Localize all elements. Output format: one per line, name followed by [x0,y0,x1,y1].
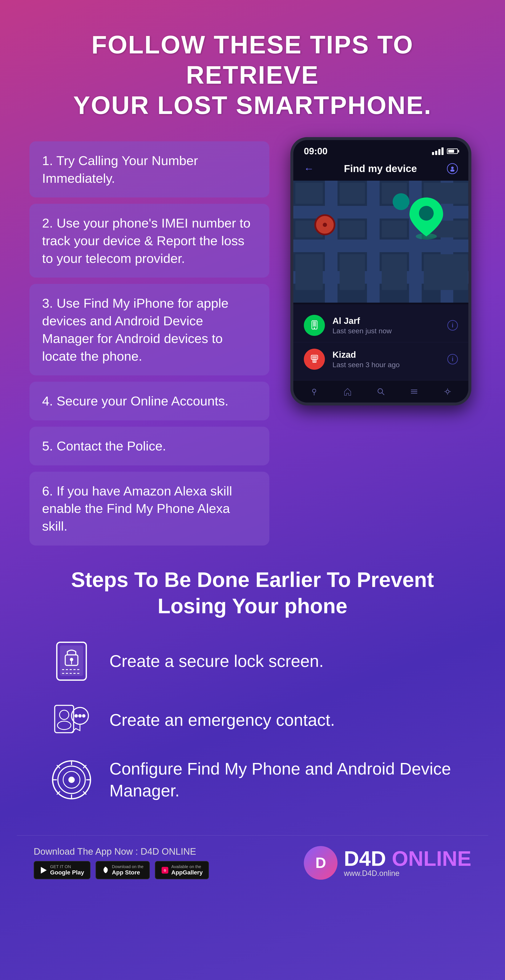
map-block-12 [424,254,468,290]
svg-rect-5 [313,321,316,326]
device-list: Al Jarf Last seen just now i [293,304,468,380]
nav-settings-icon[interactable] [442,386,453,397]
svg-point-28 [75,714,78,718]
map-road-v-1 [325,181,338,302]
map-divider [293,302,468,304]
location-marker-red [314,214,335,235]
tips-list: 1. Try Calling Your Number Immediately. … [29,137,269,546]
section2-title-line2: Losing Your phone [46,593,459,619]
phone-nav [293,380,468,402]
app-store-sub: Download on the [112,864,143,869]
phone-title-bar: ← Find my device [293,161,468,181]
battery-icon [447,148,458,154]
appgallery-text: Available on the AppGallery [171,864,202,876]
prevention-item-3: Configure Find My Phone and Android Devi… [51,758,454,802]
tip-text-2: 2. Use your phone's IMEI number to track… [42,216,251,266]
d4d-brand-url: www.D4D.online [344,869,472,878]
map-block-11 [382,254,407,290]
tip-text-1: 1. Try Calling Your Number Immediately. [42,153,198,186]
profile-icon [447,163,458,174]
device-name-2: Kizad [333,350,440,360]
battery-fill [448,150,454,153]
google-play-sub: GET IT ON [50,864,84,869]
tip-item-3: 3. Use Find My iPhone for apple devices … [29,284,269,375]
footer-right: D D4D ONLINE www.D4D.online [304,846,472,880]
back-arrow-icon[interactable]: ← [304,163,314,174]
svg-point-0 [451,167,454,169]
svg-marker-43 [41,867,47,873]
device-info-btn-2[interactable]: i [448,354,458,364]
status-time: 09:00 [304,146,328,156]
device-info-2: Kizad Last seen 3 hour ago [333,350,440,369]
map-block-2 [339,183,365,204]
google-play-text: GET IT ON Google Play [50,864,84,876]
map-block-6 [339,221,365,237]
nav-home-icon[interactable] [342,386,353,397]
d4d-brand-name: D4D ONLINE [344,848,472,869]
header-title-line1: FOLLOW THESE TIPS TO RETRIEVE [38,29,467,90]
appgallery-badge[interactable]: G Available on the AppGallery [155,861,209,879]
device-status-2: Last seen 3 hour ago [333,361,440,369]
phone-status-bar: 09:00 [293,140,468,161]
main-container: FOLLOW THESE TIPS TO RETRIEVE YOUR LOST … [0,0,505,903]
svg-point-20 [70,658,73,661]
content-area: 1. Try Calling Your Number Immediately. … [17,137,488,546]
device-icon-red [304,349,325,370]
map-block-9 [295,254,323,290]
svg-point-25 [59,710,69,719]
device-info-btn-1[interactable]: i [448,320,458,331]
svg-point-3 [419,206,434,221]
device-item-2: Kizad Last seen 3 hour ago i [293,342,468,376]
device-status-1: Last seen just now [333,327,440,335]
svg-point-16 [446,390,449,393]
app-store-text: Download on the App Store [112,864,143,876]
tip-item-5: 5. Contact the Police. [29,427,269,465]
signal-bars [432,148,444,155]
svg-rect-9 [314,360,315,362]
svg-line-12 [382,393,384,395]
device-name-1: Al Jarf [333,316,440,326]
section2-title-line1: Steps To Be Done Earlier To Prevent [46,566,459,593]
map-block-1 [295,183,323,204]
app-store-name: App Store [112,869,143,876]
device-icon-green [304,315,325,336]
svg-point-29 [78,714,82,718]
find-my-phone-icon [51,759,92,801]
appgallery-name: AppGallery [171,869,202,876]
footer-app-label: Download The App Now : D4D ONLINE [33,846,209,857]
prevention-item-2: Create an emergency contact. [51,699,454,741]
prevention-steps: Create a secure lock screen. [33,640,472,802]
tip-text-6: 6. If you have Amazon Alexa skill enable… [42,484,232,533]
google-play-name: Google Play [50,869,84,876]
prevention-text-2: Create an emergency contact. [110,709,335,731]
svg-text:G: G [164,869,166,872]
map-area [293,181,468,302]
header-title: FOLLOW THESE TIPS TO RETRIEVE YOUR LOST … [38,29,467,120]
footer: Download The App Now : D4D ONLINE GET IT… [17,835,488,890]
svg-point-1 [450,169,454,172]
phone-container: 09:00 ← [286,137,476,406]
tip-text-3: 3. Use Find My iPhone for apple devices … [42,296,228,363]
tip-item-2: 2. Use your phone's IMEI number to track… [29,204,269,278]
svg-rect-8 [312,356,317,359]
app-store-badge[interactable]: Download on the App Store [96,861,150,879]
location-marker-teal [393,193,409,210]
footer-left: Download The App Now : D4D ONLINE GET IT… [33,846,209,879]
emergency-contact-icon [51,699,92,741]
status-icons [432,148,458,155]
signal-bar-4 [441,148,444,155]
nav-search-icon[interactable] [375,386,387,397]
appgallery-sub: Available on the [171,864,202,869]
nav-location-icon[interactable] [309,386,320,397]
google-play-badge[interactable]: GET IT ON Google Play [33,861,91,879]
map-block-7 [382,221,407,237]
header-title-line2: YOUR LOST SMARTPHONE. [38,90,467,120]
tip-text-5: 5. Contact the Police. [42,439,166,453]
svg-point-6 [314,328,315,329]
nav-menu-icon[interactable] [408,386,420,397]
svg-point-34 [69,776,75,783]
lock-screen-icon [51,640,92,682]
header-section: FOLLOW THESE TIPS TO RETRIEVE YOUR LOST … [17,17,488,137]
prevention-section: Steps To Be Done Earlier To Prevent Losi… [17,546,488,814]
tip-item-6: 6. If you have Amazon Alexa skill enable… [29,472,269,546]
